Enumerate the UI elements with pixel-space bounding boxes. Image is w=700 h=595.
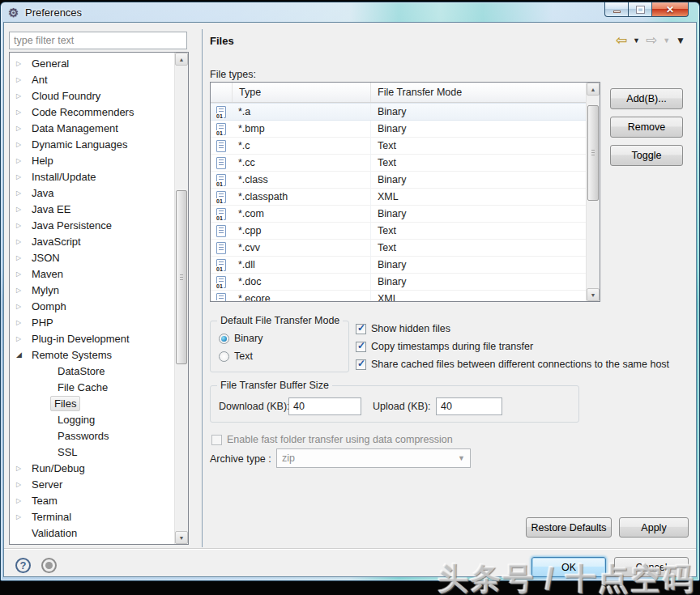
tree-expander-icon[interactable] — [16, 335, 28, 342]
tree-item[interactable]: Ant — [10, 71, 174, 87]
tree-expander-icon[interactable] — [16, 222, 28, 229]
toggle-button[interactable]: Toggle — [610, 145, 683, 166]
close-button[interactable] — [651, 2, 689, 17]
tree-item[interactable]: Cloud Foundry — [10, 87, 174, 104]
tree-expander-icon[interactable] — [16, 173, 28, 181]
checkbox-option[interactable]: Copy timestamps during file transfer — [356, 338, 669, 355]
table-row[interactable]: *.a Binary — [211, 103, 586, 121]
table-row[interactable]: *.cc Text — [211, 155, 586, 172]
tree-expander-icon[interactable] — [16, 141, 28, 148]
checkbox-option[interactable]: Share cached files between different con… — [356, 355, 669, 373]
panel-divider[interactable] — [202, 29, 203, 547]
table-row[interactable]: *.ecore XML — [211, 291, 586, 302]
tree-expander-icon[interactable] — [16, 303, 28, 310]
tree-expander-icon[interactable] — [16, 351, 28, 359]
tree-item[interactable]: Run/Debug — [10, 460, 174, 476]
back-icon[interactable] — [616, 33, 627, 47]
ok-button[interactable]: OK — [531, 557, 606, 577]
tree-expander-icon[interactable] — [16, 125, 28, 132]
tree-item[interactable]: Maven — [10, 266, 174, 282]
tree-item[interactable]: Java EE — [10, 201, 174, 217]
checkbox-option[interactable]: Show hidden files — [356, 320, 669, 338]
tree-item[interactable]: Data Management — [10, 120, 174, 136]
maximize-button[interactable] — [629, 2, 651, 17]
table-row[interactable]: *.dll Binary — [211, 257, 586, 274]
table-row[interactable]: *.class Binary — [211, 172, 586, 189]
tree-expander-icon[interactable] — [16, 465, 28, 472]
minimize-button[interactable] — [604, 2, 629, 17]
tree-item[interactable]: PHP — [10, 314, 174, 330]
recorder-toggle-button[interactable] — [41, 558, 57, 573]
table-scrollbar-thumb[interactable] — [587, 105, 599, 201]
tree-expander-icon[interactable] — [16, 481, 28, 488]
tree-expander-icon[interactable] — [16, 60, 28, 67]
tree-item[interactable]: Code Recommenders — [10, 104, 174, 120]
table-row[interactable]: *.cvv Text — [211, 240, 586, 257]
tree-item[interactable]: Terminal — [10, 508, 174, 525]
tree-item[interactable]: Help — [10, 152, 174, 168]
tree-expander-icon[interactable] — [16, 76, 28, 83]
table-row[interactable]: *.classpath XML — [211, 189, 586, 206]
tree-item[interactable]: Logging — [10, 411, 174, 427]
tree-item[interactable]: Team — [10, 492, 174, 508]
tree-expander-icon[interactable] — [16, 497, 28, 504]
scroll-down-icon[interactable] — [587, 288, 600, 301]
tree-item[interactable]: JSON — [10, 249, 174, 266]
download-kb-field[interactable] — [288, 397, 361, 415]
tree-item[interactable]: General — [10, 55, 174, 71]
radio-option[interactable]: Binary — [219, 333, 262, 344]
column-header-icon[interactable] — [211, 83, 232, 102]
column-header-mode[interactable]: File Transfer Mode — [370, 83, 600, 102]
tree-item[interactable]: Remote Systems — [10, 346, 174, 363]
tree-item[interactable]: Plug-in Development — [10, 330, 174, 346]
tree-expander-icon[interactable] — [16, 92, 28, 100]
column-header-type[interactable]: Type — [232, 83, 370, 102]
apply-button[interactable]: Apply — [619, 517, 689, 538]
tree-item[interactable]: Oomph — [10, 298, 174, 314]
tree-item[interactable]: File Cache — [10, 379, 174, 395]
tree-item-selected[interactable]: Files — [10, 395, 174, 411]
tree-expander-icon[interactable] — [16, 238, 28, 245]
tree-item[interactable]: Passwords — [10, 427, 174, 444]
titlebar[interactable]: Preferences — [1, 2, 699, 23]
tree-item[interactable]: Validation — [10, 525, 174, 541]
tree-scrollbar-thumb[interactable] — [176, 190, 187, 364]
tree-expander-icon[interactable] — [16, 513, 28, 521]
table-row[interactable]: *.c Text — [211, 138, 586, 155]
tree-expander-icon[interactable] — [16, 189, 28, 197]
table-row[interactable]: *.cpp Text — [211, 223, 586, 240]
table-row[interactable]: *.bmp Binary — [211, 121, 586, 138]
tree-expander-icon[interactable] — [16, 270, 28, 278]
tree-expander-icon[interactable] — [16, 254, 28, 261]
cancel-button[interactable]: Cancel — [614, 557, 689, 577]
tree-item[interactable]: Mylyn — [10, 282, 174, 298]
scroll-up-icon[interactable] — [175, 53, 188, 66]
tree-expander-icon[interactable] — [16, 206, 28, 213]
tree-expander-icon[interactable] — [16, 287, 28, 294]
back-history-menu-icon[interactable] — [633, 36, 640, 45]
tree-expander-icon[interactable] — [16, 319, 28, 326]
upload-kb-field[interactable] — [436, 397, 502, 415]
scroll-up-icon[interactable] — [587, 83, 600, 96]
tree-scrollbar[interactable] — [174, 53, 188, 544]
table-row[interactable]: *.com Binary — [211, 206, 586, 223]
tree-item[interactable]: Dynamic Languages — [10, 136, 174, 152]
add-button[interactable]: Add(B)... — [610, 88, 683, 109]
tree-expander-icon[interactable] — [16, 108, 28, 116]
filter-input[interactable] — [9, 32, 187, 49]
tree-expander-icon[interactable] — [16, 157, 28, 164]
view-menu-icon[interactable] — [676, 36, 685, 45]
remove-button[interactable]: Remove — [610, 117, 683, 138]
restore-defaults-button[interactable]: Restore Defaults — [526, 517, 612, 538]
tree-item[interactable]: Java Persistence — [10, 217, 174, 233]
table-row[interactable]: *.doc Binary — [211, 274, 586, 291]
help-button[interactable] — [15, 558, 31, 573]
tree-item[interactable]: SSL — [10, 444, 174, 460]
scroll-down-icon[interactable] — [175, 531, 188, 544]
tree-item[interactable]: DataStore — [10, 363, 174, 379]
radio-option[interactable]: Text — [219, 351, 253, 362]
tree-item[interactable]: Java — [10, 185, 174, 201]
tree-item[interactable]: Install/Update — [10, 168, 174, 185]
tree-item[interactable]: Server — [10, 476, 174, 492]
table-scrollbar[interactable] — [586, 83, 600, 301]
